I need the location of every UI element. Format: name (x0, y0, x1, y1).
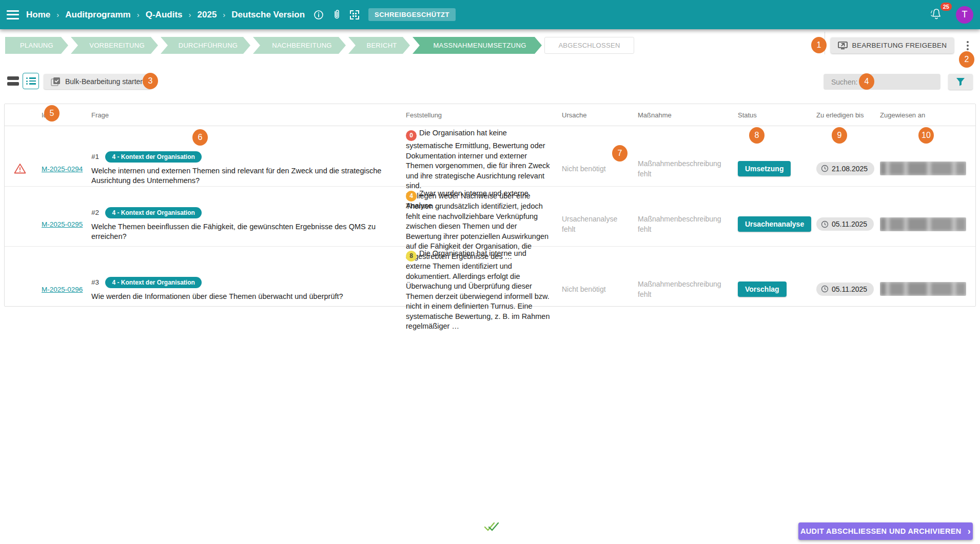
readonly-badge: SCHREIBGESCHÜTZT (368, 8, 456, 21)
assignee-redacted (880, 217, 966, 231)
finding-cell: 8Die Organisation hat interne und extern… (400, 247, 556, 332)
column-header-assignee: Zugewiesen an (874, 111, 975, 119)
breadcrumb-q-audits[interactable]: Q-Audits (146, 10, 183, 20)
release-editing-icon (838, 42, 848, 50)
breadcrumb-separator: › (137, 10, 140, 19)
annotation-5: 5 (44, 105, 60, 122)
column-header-id: Id (35, 111, 85, 119)
assignee-redacted (880, 162, 966, 175)
step-planung[interactable]: PLANUNG (5, 37, 68, 54)
question-text: Wie werden die Informationen über diese … (91, 292, 394, 301)
breadcrumb-auditprogramm[interactable]: Auditprogramm (65, 10, 131, 20)
search-field[interactable] (860, 78, 953, 86)
step-nachbereitung[interactable]: NACHBEREITUNG (253, 37, 346, 54)
annotation-1: 1 (811, 37, 827, 53)
column-header-status: Status (732, 111, 810, 119)
annotation-4: 4 (859, 73, 874, 90)
breadcrumb-separator: › (56, 10, 59, 19)
status-button[interactable]: Vorschlag (738, 281, 787, 297)
score-badge: 0 (406, 130, 417, 141)
bulk-edit-button[interactable]: Bulk-Bearbeitung starten (44, 74, 151, 89)
column-header-feststellung: Feststellung (400, 111, 556, 119)
breadcrumb: Home › Auditprogramm › Q-Audits › 2025 ›… (26, 10, 305, 20)
due-date-chip[interactable]: 21.08.2025 (816, 162, 874, 175)
annotation-10: 10 (918, 127, 934, 144)
due-date-text: 05.11.2025 (832, 285, 867, 293)
filter-icon (956, 77, 965, 86)
due-date-chip[interactable]: 05.11.2025 (816, 283, 874, 296)
notifications-button[interactable]: 25 (929, 7, 945, 23)
clock-icon (821, 220, 829, 228)
step-bericht[interactable]: BERICHT (348, 37, 410, 54)
archive-audit-label: AUDIT ABSCHLIESSEN UND ARCHIVIEREN (800, 527, 962, 535)
search-label: Suchen: (831, 78, 857, 86)
list-view-toggle[interactable] (23, 73, 39, 89)
score-badge: 8 (406, 251, 417, 261)
annotation-6: 6 (192, 129, 208, 146)
due-date-text: 05.11.2025 (832, 220, 867, 228)
release-editing-label: BEARBEITUNG FREIGEBEN (852, 42, 947, 49)
measure-text: Maßnahmenbeschreibung fehlt (632, 214, 732, 234)
cause-text: Nicht benötigt (556, 284, 632, 294)
measure-text: Maßnahmenbeschreibung fehlt (632, 279, 732, 299)
avatar[interactable]: T (956, 6, 973, 24)
breadcrumb-separator: › (189, 10, 191, 19)
table-row: M-2025-0295 #2 4 - Kontext der Organisat… (5, 186, 975, 246)
measure-id-link[interactable]: M-2025-0295 (42, 220, 83, 228)
annotation-9: 9 (832, 127, 847, 144)
question-number: #2 (91, 209, 99, 216)
question-text: Welche internen und externen Themen sind… (91, 166, 394, 186)
step-vorbereitung[interactable]: VORBEREITUNG (71, 37, 158, 54)
filter-button[interactable] (948, 74, 973, 90)
double-check-icon (483, 519, 501, 536)
search-input[interactable]: Suchen: (824, 74, 940, 90)
question-number: #3 (91, 278, 99, 286)
question-text: Welche Themen beeinflussen die Fähigkeit… (91, 222, 394, 241)
workflow-stepper: PLANUNG VORBEREITUNG DURCHFÜHRUNG NACHBE… (5, 37, 637, 54)
step-massnahmenumsetzung[interactable]: MASSNAHMENUMSETZUNG (413, 37, 542, 54)
annotation-8: 8 (749, 127, 765, 144)
due-date-text: 21.08.2025 (832, 165, 868, 173)
table-row: M-2025-0294 #1 4 - Kontext der Organisat… (5, 126, 975, 186)
release-editing-button[interactable]: BEARBEITUNG FREIGEBEN (831, 37, 954, 53)
score-badge: 4 (406, 191, 417, 202)
menu-icon[interactable] (7, 10, 19, 19)
list-icon (26, 76, 36, 86)
bulk-edit-label: Bulk-Bearbeitung starten (65, 77, 144, 86)
cause-text: Nicht benötigt (556, 164, 632, 174)
category-badge: 4 - Kontext der Organisation (105, 151, 201, 163)
measure-id-link[interactable]: M-2025-0294 (42, 165, 83, 173)
category-badge: 4 - Kontext der Organisation (105, 207, 201, 218)
status-button[interactable]: Umsetzung (738, 161, 791, 176)
measures-table: Id Frage Feststellung Ursache Maßnahme S… (4, 104, 976, 307)
clock-icon (821, 285, 829, 293)
breadcrumb-separator: › (223, 10, 225, 19)
measure-id-link[interactable]: M-2025-0296 (42, 286, 83, 293)
table-row: M-2025-0296 #3 4 - Kontext der Organisat… (5, 246, 975, 306)
qr-code-icon[interactable] (349, 9, 360, 21)
top-bar: Home › Auditprogramm › Q-Audits › 2025 ›… (0, 0, 980, 29)
breadcrumb-current[interactable]: Deutsche Version (231, 10, 305, 20)
warning-icon (14, 163, 26, 174)
breadcrumb-home[interactable]: Home (26, 10, 50, 20)
category-badge: 4 - Kontext der Organisation (105, 277, 201, 288)
step-abgeschlossen[interactable]: ABGESCHLOSSEN (544, 37, 634, 54)
column-header-massnahme: Maßnahme (632, 111, 732, 119)
bulk-edit-icon (51, 77, 61, 86)
assignee-redacted (880, 282, 966, 296)
card-view-toggle[interactable] (7, 76, 19, 86)
annotation-2: 2 (959, 51, 974, 68)
measure-text: Maßnahmenbeschreibung fehlt (632, 158, 732, 179)
archive-audit-button[interactable]: AUDIT ABSCHLIESSEN UND ARCHIVIEREN › (798, 522, 973, 540)
cause-text: Ursachenanalyse fehlt (556, 214, 632, 234)
step-durchfuehrung[interactable]: DURCHFÜHRUNG (161, 37, 250, 54)
attachment-icon[interactable] (331, 9, 342, 21)
column-header-due: Zu erledigen bis (810, 111, 874, 119)
status-button[interactable]: Ursachenanalyse (738, 216, 811, 232)
due-date-chip[interactable]: 05.11.2025 (816, 217, 874, 231)
breadcrumb-2025[interactable]: 2025 (198, 10, 217, 20)
info-icon[interactable] (313, 9, 324, 21)
finding-text: Die Organisation hat interne und externe… (406, 249, 550, 330)
table-header-row: Id Frage Feststellung Ursache Maßnahme S… (5, 104, 975, 126)
question-number: #1 (91, 153, 99, 160)
